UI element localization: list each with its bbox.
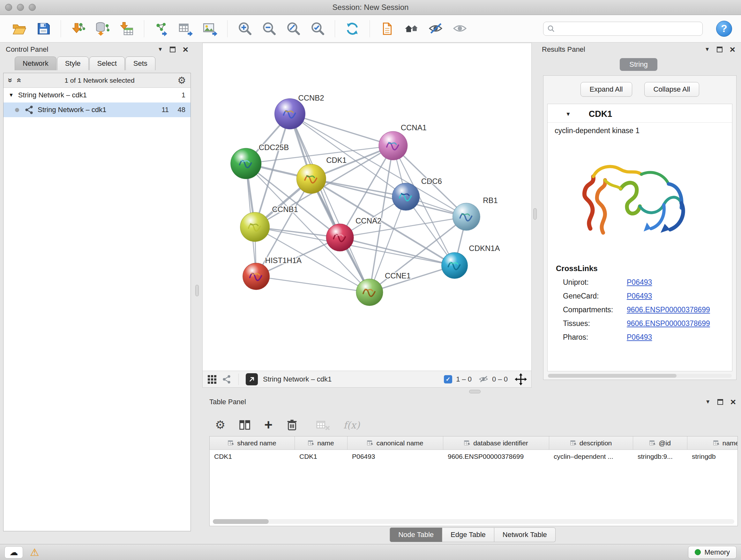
- table-cell[interactable]: stringdb:9...: [633, 450, 687, 463]
- panel-close-icon[interactable]: ×: [730, 399, 736, 405]
- expand-all-icon[interactable]: »: [5, 78, 15, 82]
- network-node-RB1[interactable]: RB1: [453, 196, 497, 231]
- collapse-all-icon[interactable]: «: [14, 78, 24, 82]
- tab-sets[interactable]: Sets: [125, 57, 155, 70]
- table-cell[interactable]: cyclin–dependent ...: [549, 450, 633, 463]
- zoom-in-button[interactable]: [235, 19, 254, 38]
- crosslink-link[interactable]: P06493: [627, 278, 652, 287]
- column-header--id[interactable]: @id: [633, 436, 687, 449]
- column-header-name[interactable]: name: [295, 436, 347, 449]
- import-table-button[interactable]: [118, 19, 136, 38]
- panel-float-icon[interactable]: [170, 47, 176, 52]
- zoom-out-button[interactable]: [260, 19, 278, 38]
- column-header-canonical-name[interactable]: canonical name: [347, 436, 443, 449]
- panel-float-icon[interactable]: [718, 399, 723, 405]
- network-edge[interactable]: [290, 114, 393, 146]
- column-header-shared-name[interactable]: shared name: [210, 436, 295, 449]
- delete-column-trash-icon[interactable]: [285, 418, 299, 432]
- add-column-icon[interactable]: +: [264, 419, 273, 431]
- export-table-button[interactable]: [177, 19, 195, 38]
- warning-icon[interactable]: ⚠: [30, 546, 39, 558]
- network-row[interactable]: String Network – cdk1 11 48: [3, 103, 191, 117]
- help-button[interactable]: ?: [716, 21, 732, 37]
- network-node-CCNB1[interactable]: CCNB1: [240, 205, 298, 242]
- table-cell[interactable]: CDK1: [210, 450, 295, 463]
- splitter-handle[interactable]: [195, 285, 199, 296]
- scrollbar-thumb[interactable]: [213, 519, 269, 524]
- import-network-file-button[interactable]: [69, 19, 87, 38]
- open-in-window-button[interactable]: [246, 373, 258, 385]
- zoom-selected-button[interactable]: [308, 19, 327, 38]
- move-crosshair-icon[interactable]: [515, 373, 527, 385]
- search-box[interactable]: [543, 22, 703, 36]
- window-close-button[interactable]: [5, 4, 12, 11]
- window-minimize-button[interactable]: [17, 4, 24, 11]
- collection-expand-icon[interactable]: ▼: [9, 92, 14, 98]
- network-node-CDKN1A[interactable]: CDKN1A: [442, 244, 500, 279]
- panel-minimize-icon[interactable]: ▼: [158, 46, 163, 53]
- network-node-CDC6[interactable]: CDC6: [392, 177, 442, 210]
- network-canvas[interactable]: CCNB2CCNA1CDC25BCDK1CDC6RB1CCNB1CCNA2CDK…: [203, 43, 531, 371]
- column-header-description[interactable]: description: [549, 436, 633, 449]
- clone-network-button[interactable]: [378, 19, 396, 38]
- table-cell[interactable]: P06493: [347, 450, 443, 463]
- home-button[interactable]: [402, 19, 421, 38]
- search-input[interactable]: [557, 24, 698, 33]
- tab-network[interactable]: Network: [15, 57, 57, 70]
- save-session-button[interactable]: [34, 19, 53, 38]
- crosslink-link[interactable]: P06493: [627, 333, 652, 341]
- network-edge[interactable]: [290, 114, 369, 293]
- table-tab-edge-table[interactable]: Edge Table: [442, 527, 494, 542]
- memory-button[interactable]: Memory: [688, 546, 737, 559]
- crosslink-link[interactable]: 9606.ENSP00000378699: [627, 306, 710, 314]
- panel-close-icon[interactable]: ×: [183, 46, 188, 53]
- show-columns-icon[interactable]: [238, 418, 252, 432]
- crosslink-link[interactable]: P06493: [627, 292, 652, 300]
- window-zoom-button[interactable]: [29, 4, 36, 11]
- tab-select[interactable]: Select: [89, 57, 125, 70]
- crosslink-link[interactable]: 9606.ENSP00000378699: [627, 319, 710, 328]
- table-row[interactable]: CDK1CDK1P064939606.ENSP00000378699cyclin…: [210, 450, 738, 463]
- cloud-button[interactable]: ☁: [4, 546, 23, 558]
- selected-checkbox-icon[interactable]: ✓: [444, 375, 452, 383]
- panel-close-icon[interactable]: ×: [730, 46, 735, 53]
- network-node-CDK1[interactable]: CDK1: [296, 156, 347, 193]
- column-header-namespace[interactable]: namespace: [687, 436, 738, 449]
- share-view-icon[interactable]: [222, 374, 231, 384]
- open-session-button[interactable]: [10, 19, 28, 38]
- show-details-button[interactable]: [451, 19, 469, 38]
- network-edge[interactable]: [256, 276, 369, 293]
- zoom-fit-button[interactable]: [284, 19, 302, 38]
- network-collection-row[interactable]: ▼ String Network – cdk1 1: [3, 88, 191, 103]
- hide-details-button[interactable]: [426, 19, 445, 38]
- grid-view-icon[interactable]: [207, 374, 217, 384]
- column-header-database-identifier[interactable]: database identifier: [443, 436, 549, 449]
- table-horizontal-scrollbar[interactable]: [213, 519, 734, 524]
- splitter-handle[interactable]: [533, 208, 537, 220]
- panel-minimize-icon[interactable]: ▼: [705, 399, 711, 405]
- table-cell[interactable]: CDK1: [295, 450, 347, 463]
- export-network-button[interactable]: [152, 19, 171, 38]
- panel-minimize-icon[interactable]: ▼: [704, 46, 710, 53]
- splitter-handle[interactable]: [469, 390, 481, 393]
- import-network-database-button[interactable]: [93, 19, 112, 38]
- tab-style[interactable]: Style: [57, 57, 89, 70]
- network-node-CCNA1[interactable]: CCNA1: [379, 123, 427, 160]
- table-cell[interactable]: stringdb: [687, 450, 738, 463]
- table-tab-network-table[interactable]: Network Table: [494, 527, 556, 542]
- expand-all-button[interactable]: Expand All: [581, 82, 632, 97]
- table-settings-gear-icon[interactable]: ⚙: [215, 418, 225, 432]
- entry-collapse-icon[interactable]: ▼: [565, 111, 571, 118]
- tab-string[interactable]: String: [620, 58, 657, 71]
- panel-float-icon[interactable]: [717, 47, 723, 52]
- network-node-HIST1H1A[interactable]: HIST1H1A: [243, 256, 301, 290]
- export-image-button[interactable]: [201, 19, 219, 38]
- table-tab-node-table[interactable]: Node Table: [390, 527, 442, 542]
- network-node-CDC25B[interactable]: CDC25B: [231, 143, 289, 179]
- table-cell[interactable]: 9606.ENSP00000378699: [443, 450, 549, 463]
- apply-layout-button[interactable]: [343, 19, 361, 38]
- hidden-eye-slash-icon[interactable]: [479, 374, 488, 384]
- collapse-all-button[interactable]: Collapse All: [644, 82, 699, 97]
- results-scrollbar[interactable]: [548, 374, 732, 378]
- gear-icon[interactable]: ⚙: [178, 75, 186, 86]
